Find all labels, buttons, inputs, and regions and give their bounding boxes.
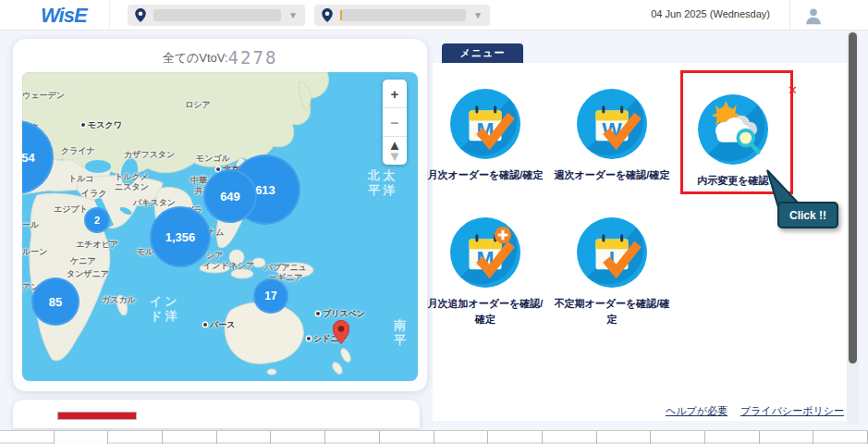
- current-date: 04 Jun 2025 (Wednesday): [651, 8, 770, 19]
- tab-segment[interactable]: [108, 431, 163, 444]
- bottom-tab-strip: [0, 430, 868, 444]
- zoom-slider-handle[interactable]: ▲▼: [383, 137, 407, 165]
- privacy-policy-link[interactable]: プライバシーポリシー: [740, 404, 844, 418]
- calendar-m-check-icon: M: [450, 89, 520, 159]
- map-pin-icon: [322, 8, 333, 22]
- map-title-text: 全てのVtoV:: [163, 51, 228, 65]
- map-label: タンザニア: [67, 269, 109, 279]
- chevron-down-icon: ▼: [473, 10, 483, 20]
- tab-segment[interactable]: [325, 431, 380, 444]
- map-label: カザフスタン: [124, 150, 175, 160]
- tab-segment[interactable]: [271, 431, 325, 444]
- location-dropdown-2[interactable]: ▼: [314, 5, 490, 26]
- chevron-down-icon: ▼: [288, 10, 298, 20]
- map-cluster[interactable]: 1,356: [150, 206, 211, 267]
- location-marker-icon[interactable]: [333, 320, 349, 344]
- text-caret: [340, 10, 342, 20]
- menu-item-label: 月次追加オーダーを確認/確定: [424, 296, 546, 327]
- map-label-ocean: 北太 平洋: [368, 168, 397, 199]
- tab-segment[interactable]: [0, 431, 55, 444]
- tab-segment[interactable]: [543, 431, 597, 444]
- tab-segment[interactable]: [760, 431, 814, 444]
- map-label: クライナ: [61, 146, 95, 156]
- map-cluster[interactable]: 2: [84, 207, 110, 233]
- map-label-ocean: 南 平: [394, 318, 409, 349]
- map-label: ケニア: [70, 256, 96, 266]
- menu-item-label: 不定期オーダーを確認/確定: [551, 296, 673, 327]
- header-divider: [109, 0, 110, 31]
- map-label: エジプト: [54, 204, 88, 215]
- app-logo[interactable]: WisE: [41, 4, 87, 28]
- tab-segment[interactable]: [597, 431, 652, 444]
- map-label-city: バース: [203, 320, 235, 330]
- menu-item-monthly-additional-order[interactable]: M 月次追加オーダーを確認/確定: [424, 217, 546, 327]
- world-map[interactable]: ウェーデン ーク モスクワ ロシア クライナ カザフスタン モンゴル トルコ ト…: [22, 72, 418, 381]
- menu-item-irregular-order[interactable]: I 不定期オーダーを確認/確定: [551, 217, 673, 327]
- map-label: ルーン: [22, 247, 47, 257]
- location-value-redacted: [340, 9, 466, 21]
- zoom-in-button[interactable]: +: [383, 80, 407, 107]
- map-label: シア: [206, 251, 223, 261]
- tab-menu[interactable]: メニュー: [442, 43, 523, 63]
- menu-item-label: 月次オーダーを確認/確定: [424, 167, 546, 183]
- map-label: イラク: [81, 189, 107, 199]
- tab-segment-active[interactable]: [55, 431, 109, 444]
- map-cluster[interactable]: 17: [253, 278, 288, 314]
- map-label: ガスカル: [102, 295, 136, 305]
- map-title: 全てのVtoV:4278: [13, 47, 427, 68]
- close-icon[interactable]: ✕: [788, 83, 798, 97]
- map-landmass: [22, 72, 418, 381]
- slider-down-icon: ▼: [388, 151, 402, 162]
- calendar-i-check-icon: I: [577, 217, 647, 288]
- map-label: トルコ: [68, 174, 94, 184]
- map-label: モンゴル: [196, 154, 230, 164]
- menu-item-monthly-order[interactable]: M 月次オーダーを確認/確定: [424, 89, 546, 183]
- red-bar: [57, 412, 137, 420]
- map-zoom-control: + − ▲▼: [383, 80, 407, 165]
- tab-segment[interactable]: [163, 431, 217, 444]
- map-label-ocean: イン ド洋: [150, 294, 180, 325]
- map-total-count: 4278: [228, 47, 278, 68]
- map-label: エチオピア: [76, 240, 118, 250]
- app-header: WisE ▼ ▼ 04 Jun 2025 (Wednesday): [0, 0, 868, 31]
- menu-item-label: 週次オーダーを確認/確定: [551, 167, 673, 183]
- tab-segment[interactable]: [434, 431, 489, 444]
- tab-segment[interactable]: [813, 431, 868, 444]
- location-value-redacted: [153, 9, 281, 21]
- map-cluster[interactable]: 649: [203, 169, 257, 223]
- map-label: ール: [22, 220, 39, 230]
- map-label: トルクメ ニスタン: [115, 172, 149, 193]
- map-label: ロシア: [185, 100, 211, 110]
- bottom-card: [13, 400, 420, 428]
- tab-segment[interactable]: [380, 431, 434, 444]
- vertical-scrollbar[interactable]: [847, 31, 859, 425]
- map-label: インドネシア: [203, 261, 254, 271]
- tab-segment[interactable]: [488, 431, 543, 444]
- map-label: ウェーデン: [22, 91, 65, 101]
- map-card: 全てのVtoV:4278: [13, 39, 427, 391]
- location-dropdown-1[interactable]: ▼: [128, 5, 305, 26]
- map-label-city: ブリスベン: [316, 309, 365, 319]
- scrollbar-thumb[interactable]: [849, 32, 857, 364]
- tab-segment[interactable]: [705, 431, 760, 444]
- weather-search-icon: [698, 94, 768, 165]
- header-divider: [789, 0, 790, 31]
- tab-segment[interactable]: [651, 431, 705, 444]
- calendar-m-plus-check-icon: M: [450, 217, 520, 288]
- map-pin-icon: [135, 8, 146, 22]
- help-link[interactable]: ヘルプが必要: [666, 404, 727, 418]
- map-label-city: モスクワ: [81, 120, 122, 130]
- zoom-out-button[interactable]: −: [383, 107, 407, 137]
- user-icon[interactable]: [803, 6, 824, 26]
- tab-segment[interactable]: [217, 431, 272, 444]
- footer-links: ヘルプが必要 プライバシーポリシー: [666, 404, 844, 418]
- menu-item-weekly-order[interactable]: W 週次オーダーを確認/確定: [551, 89, 673, 183]
- calendar-w-check-icon: W: [577, 89, 647, 159]
- map-cluster[interactable]: 85: [31, 278, 79, 326]
- click-tooltip: Click !!: [777, 202, 838, 228]
